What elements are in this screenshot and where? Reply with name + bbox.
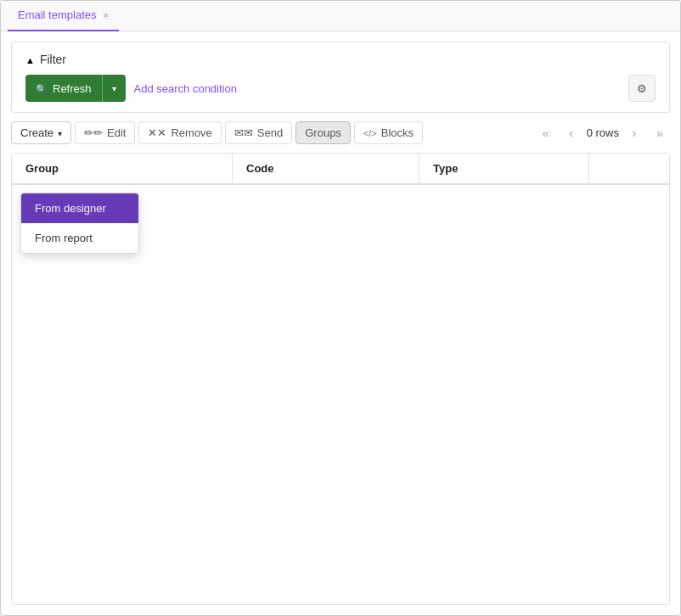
tab-bar: Email templates × bbox=[1, 1, 680, 31]
blocks-button[interactable]: </> Blocks bbox=[354, 121, 423, 144]
create-dropdown-arrow-icon bbox=[58, 126, 62, 139]
send-button[interactable]: ✉ Send bbox=[225, 121, 292, 144]
create-label: Create bbox=[20, 126, 53, 139]
filter-controls: Refresh Add search condition bbox=[25, 75, 656, 102]
from-report-item[interactable]: From report bbox=[21, 223, 138, 253]
send-icon: ✉ bbox=[234, 126, 253, 139]
create-dropdown-menu: From designer From report bbox=[20, 193, 139, 254]
column-extra bbox=[589, 154, 669, 183]
row-count: 0 rows bbox=[587, 126, 619, 139]
prev-page-button[interactable] bbox=[561, 123, 582, 143]
edit-label: Edit bbox=[107, 126, 126, 139]
tab-label: Email templates bbox=[18, 8, 96, 21]
column-group: Group bbox=[12, 154, 233, 183]
add-search-condition-link[interactable]: Add search condition bbox=[134, 82, 237, 95]
tab-close-icon[interactable]: × bbox=[103, 10, 108, 20]
filter-header: Filter bbox=[25, 53, 656, 66]
from-designer-item[interactable]: From designer bbox=[21, 193, 138, 223]
tab-email-templates[interactable]: Email templates × bbox=[8, 1, 119, 31]
main-content: Filter Refresh Add search condition bbox=[1, 31, 680, 615]
pagination: 0 rows bbox=[536, 123, 670, 143]
groups-label: Groups bbox=[305, 126, 341, 139]
remove-button[interactable]: ✕ Remove bbox=[138, 121, 221, 144]
next-page-button[interactable] bbox=[624, 123, 644, 143]
filter-collapse-icon[interactable] bbox=[25, 53, 35, 66]
gear-icon bbox=[637, 82, 647, 95]
blocks-code-icon: </> bbox=[363, 128, 377, 138]
send-label: Send bbox=[257, 126, 283, 139]
groups-button[interactable]: Groups bbox=[295, 121, 351, 144]
create-button[interactable]: Create bbox=[11, 121, 71, 144]
edit-button[interactable]: ✏ Edit bbox=[75, 121, 135, 144]
dropdown-arrow-icon bbox=[112, 83, 116, 93]
last-page-button[interactable] bbox=[650, 123, 670, 143]
refresh-btn-main: Refresh bbox=[25, 75, 102, 102]
blocks-label: Blocks bbox=[381, 126, 414, 139]
remove-icon: ✕ bbox=[148, 126, 166, 139]
search-icon bbox=[36, 82, 48, 95]
first-page-button[interactable] bbox=[536, 123, 556, 143]
filter-section: Filter Refresh Add search condition bbox=[11, 42, 670, 113]
edit-icon: ✏ bbox=[84, 126, 103, 139]
column-type: Type bbox=[419, 154, 589, 183]
refresh-button[interactable]: Refresh bbox=[25, 75, 126, 102]
main-window: Email templates × Filter Refresh bbox=[0, 0, 681, 616]
refresh-dropdown-arrow[interactable] bbox=[102, 75, 126, 102]
table-header: Group Code Type bbox=[12, 154, 669, 185]
refresh-label: Refresh bbox=[53, 82, 92, 95]
remove-label: Remove bbox=[171, 126, 211, 139]
settings-button[interactable] bbox=[628, 75, 656, 102]
column-code: Code bbox=[233, 154, 419, 183]
toolbar: Create ✏ Edit ✕ Remove ✉ Send Groups </>… bbox=[11, 121, 670, 144]
filter-label: Filter bbox=[40, 53, 66, 66]
